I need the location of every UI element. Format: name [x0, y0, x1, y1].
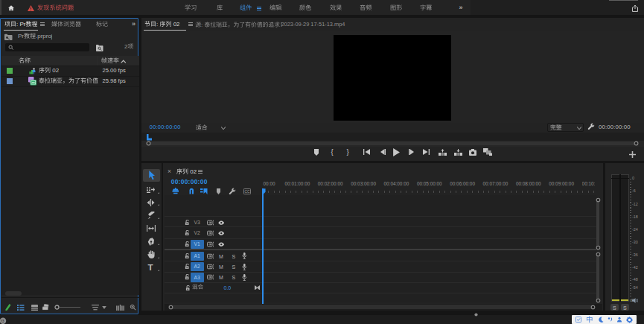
svg-text::: :	[16, 21, 18, 28]
svg-text:Pr: Pr	[19, 21, 25, 28]
svg-text:2: 2	[124, 43, 128, 50]
svg-text:02: 02	[52, 67, 59, 74]
svg-text:.prproj: .prproj	[36, 33, 53, 39]
svg-text:CC: CC	[244, 189, 249, 193]
svg-text:Pr: Pr	[18, 33, 24, 39]
svg-text:02: 02	[190, 168, 197, 175]
svg-text::: :	[156, 21, 158, 28]
svg-text::: :	[201, 22, 203, 28]
svg-text:02: 02	[173, 21, 179, 28]
svg-text:f3: f3	[1, 318, 4, 323]
